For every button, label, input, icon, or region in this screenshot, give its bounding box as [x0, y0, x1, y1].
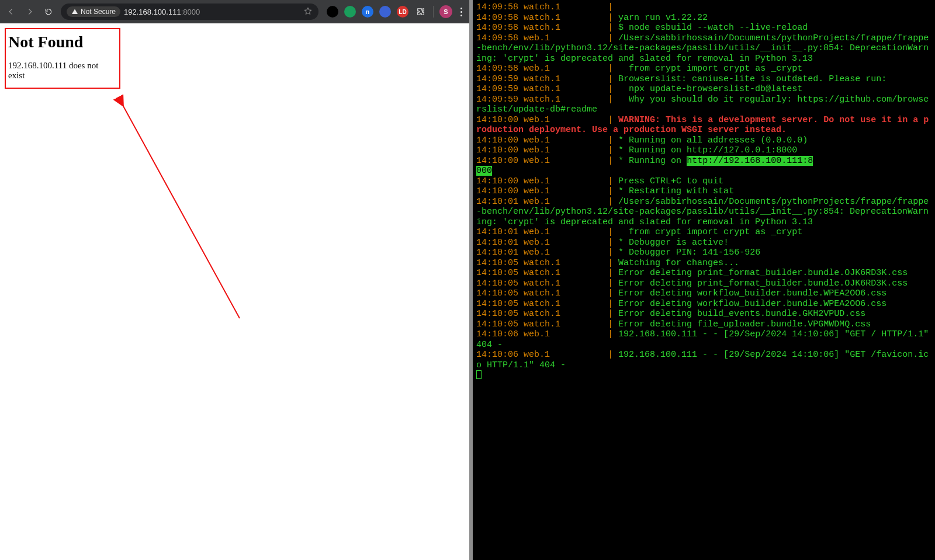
address-bar[interactable]: Not Secure 192.168.100.111:8000	[61, 4, 318, 20]
overflow-menu-button[interactable]	[458, 5, 465, 19]
reload-button[interactable]	[42, 5, 55, 18]
security-label: Not Secure	[81, 8, 116, 16]
toolbar-divider	[433, 6, 434, 18]
extension-icon-1[interactable]	[344, 6, 356, 18]
forward-button[interactable]	[23, 5, 36, 18]
extension-icon-4[interactable]: LD	[397, 6, 408, 18]
extension-icon-2[interactable]: n	[362, 6, 373, 18]
security-chip[interactable]: Not Secure	[67, 6, 120, 17]
back-button[interactable]	[5, 5, 18, 18]
terminal-cursor	[476, 370, 482, 379]
extension-icon-0[interactable]	[327, 6, 338, 18]
terminal-pane[interactable]: 14:09:58 watch.1 | 14:09:58 watch.1 | ya…	[473, 0, 935, 560]
url-text: 192.168.100.111:8000	[124, 8, 200, 16]
browser-toolbar: Not Secure 192.168.100.111:8000 nLD S	[0, 0, 469, 23]
star-icon	[303, 6, 313, 16]
page-content: Not Found 192.168.100.111 does not exist	[0, 23, 469, 560]
not-found-box: Not Found 192.168.100.111 does not exist	[5, 28, 120, 89]
puzzle-icon	[417, 8, 425, 16]
page-heading: Not Found	[8, 33, 113, 51]
annotation-arrow	[0, 23, 469, 549]
browser-pane: Not Secure 192.168.100.111:8000 nLD S	[0, 0, 469, 560]
extensions-row: nLD	[324, 6, 408, 18]
warning-triangle-icon	[71, 8, 78, 15]
extension-icon-3[interactable]	[379, 6, 391, 18]
bookmark-button[interactable]	[303, 6, 313, 18]
profile-avatar[interactable]: S	[439, 5, 452, 18]
page-message: 192.168.100.111 does not exist	[8, 61, 113, 81]
extensions-button[interactable]	[414, 5, 427, 18]
svg-line-0	[123, 105, 240, 318]
